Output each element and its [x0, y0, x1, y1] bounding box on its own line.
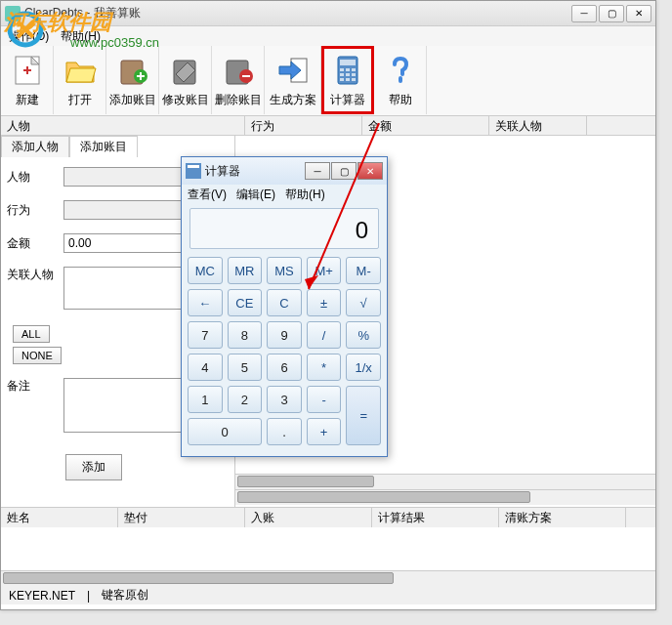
new-icon [10, 53, 45, 88]
col-advance[interactable]: 垫付 [118, 508, 245, 527]
calc-7[interactable]: 7 [188, 321, 223, 349]
calc-3[interactable]: 3 [267, 386, 302, 413]
svg-rect-12 [346, 68, 350, 71]
watermark-url: www.pc0359.cn [70, 35, 159, 50]
col-calc-result[interactable]: 计算结果 [372, 508, 499, 527]
tool-open[interactable]: 打开 [54, 46, 106, 114]
open-icon [63, 53, 98, 88]
annotation-arrow [301, 123, 418, 309]
calc-dot[interactable]: . [267, 418, 302, 445]
delete-account-icon [221, 53, 256, 88]
calc-sub[interactable]: - [307, 386, 342, 413]
right-scrollbar-2[interactable] [235, 489, 655, 505]
bottom-grid: 姓名 垫付 入账 计算结果 清账方案 [1, 507, 655, 585]
calc-1[interactable]: 1 [188, 386, 223, 413]
calc-4[interactable]: 4 [188, 354, 223, 381]
calc-2[interactable]: 2 [228, 386, 263, 413]
svg-rect-21 [188, 165, 199, 168]
svg-rect-14 [340, 73, 344, 76]
svg-rect-19 [352, 78, 356, 81]
tool-generate-plan[interactable]: 生成方案 [265, 46, 321, 114]
tab-add-account[interactable]: 添加账目 [69, 136, 138, 157]
svg-rect-15 [346, 73, 350, 76]
svg-rect-10 [340, 60, 356, 65]
calc-c[interactable]: C [267, 289, 302, 316]
calc-menu-edit[interactable]: 编辑(E) [236, 187, 275, 203]
calc-mul[interactable]: * [307, 354, 342, 381]
calc-eq[interactable]: = [346, 386, 381, 445]
tabs: 添加人物 添加账目 [1, 136, 234, 157]
close-button[interactable]: ✕ [626, 5, 651, 22]
action-label: 行为 [7, 202, 58, 219]
generate-plan-icon [275, 53, 311, 88]
person-label: 人物 [7, 169, 58, 186]
help-icon [383, 53, 418, 88]
svg-rect-16 [352, 73, 356, 76]
tool-help[interactable]: 帮助 [374, 46, 427, 114]
status-author: 键客原创 [102, 587, 148, 604]
remark-label: 备注 [7, 378, 58, 395]
calc-8[interactable]: 8 [228, 321, 263, 349]
svg-marker-23 [305, 275, 318, 289]
svg-rect-17 [340, 78, 344, 81]
calc-9[interactable]: 9 [267, 321, 302, 349]
calc-inv[interactable]: 1/x [346, 354, 381, 381]
calc-pct[interactable]: % [346, 321, 381, 349]
edit-account-icon [168, 53, 203, 88]
calc-ms[interactable]: MS [267, 257, 302, 284]
all-button[interactable]: ALL [13, 325, 50, 343]
calc-mr[interactable]: MR [228, 257, 263, 284]
related-person-label: 关联人物 [7, 267, 58, 283]
calc-back[interactable]: ← [188, 289, 223, 316]
calc-add[interactable]: + [307, 418, 342, 445]
tab-add-person[interactable]: 添加人物 [1, 136, 69, 157]
tool-delete-account[interactable]: 删除账目 [212, 46, 265, 114]
tool-new[interactable]: 新建 [1, 46, 54, 114]
bottom-scrollbar[interactable] [1, 570, 655, 586]
col-person[interactable]: 人物 [1, 116, 245, 135]
calc-ce[interactable]: CE [228, 289, 263, 316]
status-site: KEYER.NET [9, 589, 75, 603]
calc-5[interactable]: 5 [228, 354, 263, 381]
watermark-text: 河东软件园 [4, 8, 111, 37]
amount-label: 金额 [7, 235, 58, 252]
svg-rect-18 [346, 78, 350, 81]
bottom-header: 姓名 垫付 入账 计算结果 清账方案 [1, 508, 655, 527]
calc-menu-view[interactable]: 查看(V) [188, 187, 227, 203]
calc-0[interactable]: 0 [188, 418, 262, 445]
col-related-person[interactable]: 关联人物 [489, 116, 587, 135]
minimize-button[interactable]: ─ [571, 5, 597, 22]
svg-line-22 [309, 123, 379, 289]
none-button[interactable]: NONE [13, 347, 62, 364]
maximize-button[interactable]: ▢ [599, 5, 624, 22]
add-account-icon [115, 53, 150, 88]
right-scrollbar[interactable] [235, 474, 655, 489]
svg-rect-11 [340, 68, 344, 71]
tool-calculator[interactable]: 计算器 [321, 46, 374, 114]
toolbar: 新建 打开 添加账目 修改账目 删除账目 生成方案 计算器 帮助 [1, 46, 655, 116]
calculator-icon [330, 53, 365, 88]
window-controls: ─ ▢ ✕ [571, 5, 651, 22]
col-name[interactable]: 姓名 [1, 508, 118, 527]
col-clear-plan[interactable]: 清账方案 [499, 508, 626, 527]
calc-div[interactable]: / [307, 321, 342, 349]
calc-6[interactable]: 6 [267, 354, 302, 381]
calc-title: 计算器 [205, 163, 305, 180]
add-button[interactable]: 添加 [65, 454, 122, 480]
svg-rect-13 [352, 68, 356, 71]
status-divider: | [87, 589, 90, 603]
tool-add-account[interactable]: 添加账目 [106, 46, 159, 114]
calc-mc[interactable]: MC [188, 257, 223, 284]
statusbar: KEYER.NET | 键客原创 [1, 585, 655, 604]
tool-edit-account[interactable]: 修改账目 [159, 46, 212, 114]
col-income[interactable]: 入账 [245, 508, 372, 527]
bottom-content [1, 527, 655, 570]
calc-app-icon [186, 163, 201, 179]
